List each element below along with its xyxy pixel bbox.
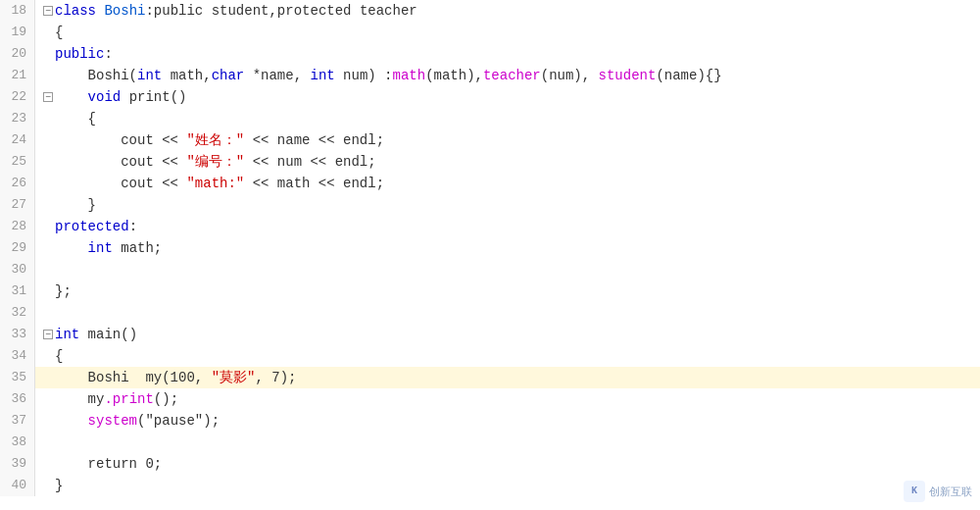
line-number: 33 [0, 324, 35, 345]
collapse-icon[interactable]: − [43, 92, 53, 102]
token: ,protected [269, 3, 359, 19]
token: , 7); [255, 370, 296, 385]
token: num) : [335, 68, 393, 83]
line-row: 36 my.print(); [0, 388, 980, 410]
line-number: 36 [0, 388, 35, 410]
line-content: } [35, 194, 980, 216]
token: cout << [55, 154, 186, 170]
token: Boshi my(100, [55, 370, 212, 385]
collapse-icon[interactable]: − [43, 330, 53, 339]
token: (math), [425, 68, 483, 83]
watermark-icon: K [904, 481, 925, 502]
line-number: 19 [0, 22, 35, 43]
line-row: 24 cout << "姓名：" << name << endl; [0, 129, 980, 151]
line-row: 39 return 0; [0, 453, 980, 475]
code-editor: 18−class Boshi:public student,protected … [0, 0, 980, 496]
token: math, [162, 68, 211, 83]
line-number: 38 [0, 432, 35, 453]
token [55, 413, 88, 429]
token: }; [55, 283, 72, 299]
token: { [55, 111, 96, 127]
line-number: 40 [0, 475, 35, 496]
line-row: 38 [0, 432, 980, 453]
line-content [35, 432, 980, 453]
token: "姓名：" [186, 132, 244, 148]
line-row: 18−class Boshi:public student,protected … [0, 0, 980, 22]
token: "编号：" [186, 154, 244, 170]
line-row: 26 cout << "math:" << math << endl; [0, 173, 980, 194]
line-number: 28 [0, 216, 35, 237]
token: math; [113, 240, 162, 256]
line-row: 27 } [0, 194, 980, 216]
line-content: my.print(); [35, 388, 980, 410]
line-content: return 0; [35, 453, 980, 475]
token: print [129, 89, 171, 105]
token: << num << endl; [244, 154, 375, 170]
line-row: 35 Boshi my(100, "莫影", 7); [0, 367, 980, 388]
line-content: { [35, 108, 980, 129]
line-content: −class Boshi:public student,protected te… [35, 0, 980, 22]
line-number: 39 [0, 453, 35, 475]
line-number: 27 [0, 194, 35, 216]
token: int [310, 68, 334, 83]
token [55, 240, 88, 256]
line-content: Boshi my(100, "莫影", 7); [35, 367, 980, 388]
token: class [55, 3, 104, 19]
line-content: system("pause"); [35, 410, 980, 432]
token: int [137, 68, 162, 83]
token: main() [79, 327, 137, 342]
token: (name){} [656, 68, 721, 83]
token: cout << [55, 132, 186, 148]
line-number: 29 [0, 237, 35, 259]
token: protected [55, 219, 129, 234]
token: Boshi [104, 3, 145, 19]
line-content: { [35, 22, 980, 43]
token: cout << [55, 176, 186, 191]
line-number: 23 [0, 108, 35, 129]
line-number: 24 [0, 129, 35, 151]
line-number: 18 [0, 0, 35, 22]
token: int [55, 327, 79, 342]
watermark: K 创新互联 [904, 481, 972, 502]
token: << math << endl; [244, 176, 384, 191]
line-row: 34{ [0, 345, 980, 367]
line-row: 23 { [0, 108, 980, 129]
token: } [55, 197, 96, 213]
token: student [599, 68, 657, 83]
line-content: protected: [35, 216, 980, 237]
collapse-icon[interactable]: − [43, 6, 53, 16]
line-number: 21 [0, 65, 35, 86]
line-number: 37 [0, 410, 35, 432]
line-row: 40} [0, 475, 980, 496]
line-content [35, 302, 980, 324]
token: :public [145, 3, 211, 19]
line-number: 25 [0, 151, 35, 173]
token: system [88, 413, 137, 429]
token: Boshi( [55, 68, 137, 83]
line-content: }; [35, 280, 980, 302]
line-row: 21 Boshi(int math,char *name, int num) :… [0, 65, 980, 86]
line-number: 35 [0, 367, 35, 388]
line-row: 19{ [0, 22, 980, 43]
line-content: − void print() [35, 86, 980, 108]
token: teacher [360, 3, 417, 19]
line-row: 29 int math; [0, 237, 980, 259]
line-row: 37 system("pause"); [0, 410, 980, 432]
line-content: Boshi(int math,char *name, int num) :mat… [35, 65, 980, 86]
line-content: { [35, 345, 980, 367]
token: : [129, 219, 137, 234]
watermark-text: 创新互联 [929, 481, 972, 502]
line-content: public: [35, 43, 980, 65]
line-row: 32 [0, 302, 980, 324]
token: { [55, 348, 63, 364]
token: ("pause"); [137, 413, 220, 429]
token: *name, [244, 68, 310, 83]
token: << name << endl; [244, 132, 384, 148]
token: math [393, 68, 426, 83]
line-content: int math; [35, 237, 980, 259]
token: : [104, 46, 112, 62]
token: "math:" [186, 176, 244, 191]
token: public [55, 46, 104, 62]
token: my [55, 391, 104, 407]
line-number: 31 [0, 280, 35, 302]
